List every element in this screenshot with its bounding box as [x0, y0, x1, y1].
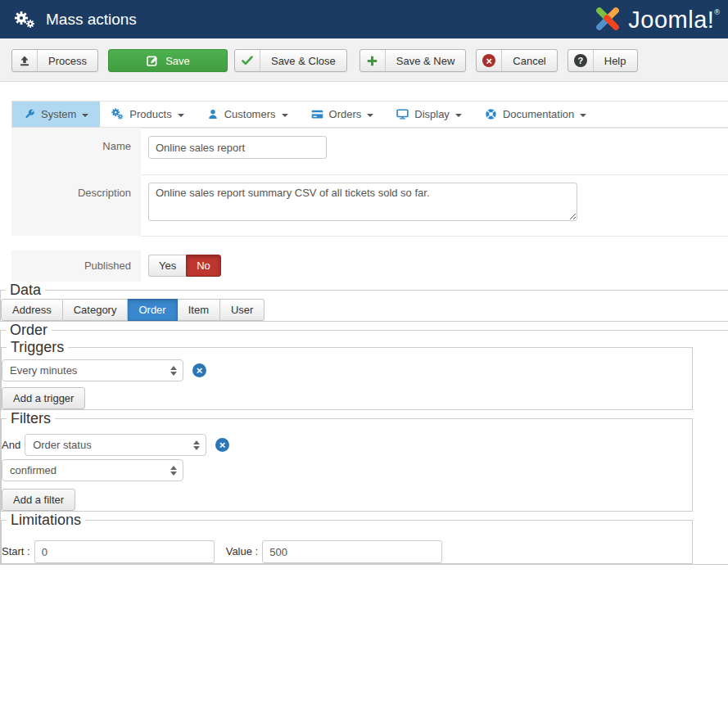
chevron-down-icon [282, 114, 288, 117]
cogs-icon [111, 108, 124, 120]
check-icon [235, 50, 260, 71]
add-filter-button[interactable]: Add a filter [2, 489, 75, 511]
published-yes-button[interactable]: Yes [148, 255, 186, 277]
limitations-row: Start : Value : [2, 539, 692, 563]
menu-item-orders[interactable]: Orders [300, 102, 386, 127]
filter-value-value: confirmed [10, 464, 57, 476]
menu-item-label: Customers [224, 108, 276, 120]
triggers-legend: Triggers [7, 339, 68, 356]
filter-operator-label: And [2, 439, 20, 451]
joomla-registered-mark: ® [714, 8, 720, 16]
joomla-logo-text: Joomla! [628, 5, 714, 34]
filters-legend: Filters [7, 410, 55, 427]
menu-item-products[interactable]: Products [100, 102, 195, 127]
select-spinner-icon [193, 440, 200, 450]
cancel-circle-icon [477, 50, 502, 71]
cancel-label: Cancel [502, 50, 556, 71]
cancel-button[interactable]: Cancel [476, 49, 557, 72]
component-menu: System Products [11, 101, 728, 128]
description-label: Description [11, 174, 141, 236]
joomla-logo: Joomla! ® [593, 5, 720, 34]
cogs-icon [13, 10, 35, 29]
value-label: Value : [226, 545, 259, 557]
wrench-icon [24, 108, 35, 120]
name-label: Name [11, 128, 141, 174]
data-option-item[interactable]: Item [178, 299, 220, 321]
remove-trigger-icon[interactable] [192, 363, 206, 377]
published-label: Published [11, 250, 141, 282]
process-label: Process [38, 50, 97, 71]
save-and-close-button[interactable]: Save & Close [234, 49, 347, 72]
order-legend: Order [6, 322, 52, 339]
monitor-icon [396, 108, 409, 120]
data-option-address[interactable]: Address [1, 299, 63, 321]
data-option-order[interactable]: Order [128, 299, 177, 321]
save-and-new-label: Save & New [386, 50, 466, 71]
name-row: Name [11, 128, 728, 174]
filter-row: And Order status [2, 434, 692, 456]
app-header: Mass actions Joomla! ® [0, 0, 728, 38]
data-fieldset: Data Address Category Order Item User [0, 282, 728, 322]
remove-filter-icon[interactable] [215, 438, 229, 452]
select-spinner-icon [170, 366, 177, 376]
start-input[interactable] [34, 540, 215, 563]
order-fieldset: Order Triggers Every minutes Add a trigg… [0, 322, 728, 565]
app-brand: Mass actions [13, 10, 137, 29]
edit-form: Name Description Online sales report sum… [0, 128, 728, 565]
menu-item-display[interactable]: Display [385, 102, 473, 127]
menu-item-documentation[interactable]: Documentation [473, 102, 598, 127]
joomla-x-icon [593, 5, 622, 33]
data-type-group: Address Category Order Item User [1, 299, 265, 321]
published-no-button[interactable]: No [186, 255, 221, 277]
data-option-user[interactable]: User [220, 299, 265, 321]
chevron-down-icon [455, 114, 462, 117]
upload-icon [12, 50, 38, 71]
menu-item-customers[interactable]: Customers [196, 102, 300, 127]
published-row: Published Yes No [11, 250, 728, 282]
filter-value-select[interactable]: confirmed [2, 459, 183, 481]
save-and-close-label: Save & Close [260, 50, 346, 71]
data-option-category[interactable]: Category [63, 299, 129, 321]
menu-item-label: Orders [329, 108, 362, 120]
menu-item-label: Documentation [503, 108, 574, 120]
name-input[interactable] [148, 136, 327, 159]
chevron-down-icon [178, 114, 184, 117]
credit-card-icon [311, 108, 323, 120]
trigger-select-value: Every minutes [10, 364, 77, 377]
filter-value-row: confirmed [2, 459, 692, 481]
filters-fieldset: Filters And Order status confirmed Add a… [1, 410, 693, 512]
data-legend: Data [6, 282, 45, 299]
save-label: Save [159, 50, 190, 71]
trigger-select[interactable]: Every minutes [2, 359, 183, 381]
chevron-down-icon [580, 114, 586, 117]
life-ring-icon [485, 108, 497, 120]
save-and-new-button[interactable]: Save & New [359, 49, 467, 72]
edit-square-icon [146, 50, 159, 71]
trigger-row: Every minutes [2, 359, 692, 381]
plus-icon [360, 50, 386, 71]
chevron-down-icon [367, 114, 373, 117]
value-input[interactable] [262, 540, 442, 563]
start-label: Start : [2, 545, 30, 557]
triggers-fieldset: Triggers Every minutes Add a trigger [1, 339, 693, 410]
page-title: Mass actions [46, 11, 137, 29]
limitations-fieldset: Limitations Start : Value : [1, 512, 693, 564]
select-spinner-icon [170, 466, 177, 476]
filter-type-select[interactable]: Order status [25, 434, 206, 456]
row-divider [141, 236, 728, 237]
menu-item-label: Display [414, 108, 450, 120]
process-button[interactable]: Process [11, 49, 98, 72]
chevron-down-icon [82, 114, 88, 117]
help-button[interactable]: Help [567, 49, 638, 72]
published-toggle: Yes No [148, 255, 221, 277]
filter-type-value: Order status [33, 439, 92, 451]
save-button[interactable]: Save [108, 49, 228, 72]
add-trigger-button[interactable]: Add a trigger [2, 387, 85, 409]
description-row: Description Online sales report summary … [11, 174, 728, 236]
menu-item-system[interactable]: System [12, 102, 100, 127]
user-icon [207, 108, 219, 120]
menu-item-label: System [41, 108, 76, 120]
description-textarea[interactable]: Online sales report summary CSV of all t… [148, 183, 577, 221]
menu-item-label: Products [129, 108, 171, 120]
limitations-legend: Limitations [7, 512, 85, 529]
